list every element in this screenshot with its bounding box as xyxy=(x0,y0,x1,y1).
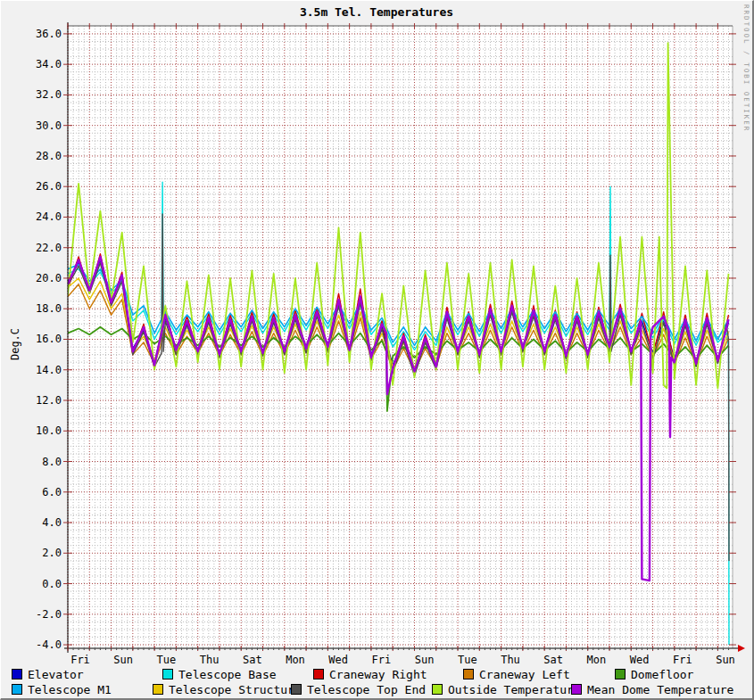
y-tick-label: 0.0 xyxy=(42,578,62,590)
x-tick-label: Wed xyxy=(630,654,650,666)
y-tick-label: 34.0 xyxy=(36,58,62,70)
y-tick-label: 16.0 xyxy=(36,333,62,345)
y-tick-label: -4.0 xyxy=(36,638,62,651)
x-tick-label: Sat xyxy=(243,654,262,666)
x-tick-label: Fri xyxy=(372,654,392,666)
x-tick-label: Wed xyxy=(328,654,348,666)
y-tick-label: 10.0 xyxy=(36,424,62,437)
x-tick-label: Thu xyxy=(501,654,520,666)
y-tick-label: 12.0 xyxy=(36,394,62,407)
y-axis-label: Deg.C xyxy=(9,325,21,364)
x-tick-label: Sun xyxy=(415,654,435,666)
y-tick-label: 4.0 xyxy=(42,516,62,529)
y-tick-label: 20.0 xyxy=(36,272,62,284)
x-tick-label: Sun xyxy=(113,654,133,666)
chart-title: 3.5m Tel. Temperatures xyxy=(1,5,752,19)
x-axis-arrow xyxy=(738,645,745,652)
x-tick-labels: FriSunTueThuSatMonWedFriSunTueThuSatMonW… xyxy=(70,654,735,666)
plot-area: 36.034.032.030.028.026.024.022.020.018.0… xyxy=(1,1,752,698)
x-tick-label: Thu xyxy=(200,654,220,666)
y-tick-label: 36.0 xyxy=(36,28,62,40)
rrdtool-watermark: RRDTOOL / TOBI OETIKER xyxy=(742,4,750,272)
y-tick-label: 28.0 xyxy=(36,150,62,162)
y-tick-label: 14.0 xyxy=(36,364,62,376)
y-tick-label: 6.0 xyxy=(42,486,62,498)
x-tick-label: Fri xyxy=(673,654,692,666)
y-tick-label: 18.0 xyxy=(36,302,62,315)
x-tick-label: Mon xyxy=(286,654,305,666)
y-tick-label: 30.0 xyxy=(36,119,62,132)
y-tick-label: 22.0 xyxy=(36,242,62,254)
x-tick-label: Fri xyxy=(70,654,90,666)
y-tick-label: 26.0 xyxy=(36,180,62,193)
x-tick-label: Sat xyxy=(543,654,563,666)
x-tick-label: Sun xyxy=(716,654,735,666)
y-tick-label: 2.0 xyxy=(42,547,62,559)
x-tick-label: Tue xyxy=(157,654,177,666)
rrdtool-graph: 3.5m Tel. Temperatures Deg.C 36.034.032.… xyxy=(0,0,754,700)
x-tick-label: Tue xyxy=(458,654,477,666)
y-tick-labels: 36.034.032.030.028.026.024.022.020.018.0… xyxy=(36,28,62,651)
y-tick-label: 8.0 xyxy=(42,456,62,468)
y-tick-label: 32.0 xyxy=(36,88,62,101)
y-tick-label: 24.0 xyxy=(36,210,62,223)
y-tick-label: -2.0 xyxy=(36,608,62,621)
x-tick-label: Mon xyxy=(587,654,607,666)
